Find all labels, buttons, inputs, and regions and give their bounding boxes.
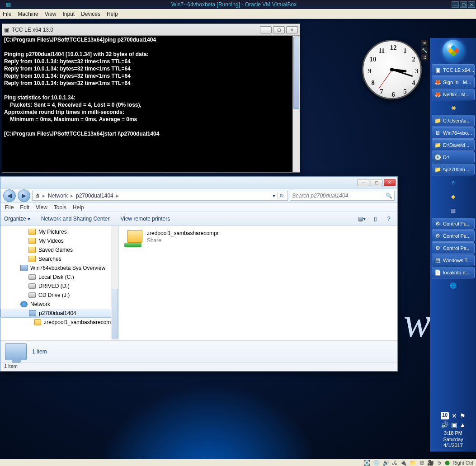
content-pane[interactable]: zredpool1_sambasharecompr Share xyxy=(119,226,397,340)
tray-icon[interactable]: ▲ xyxy=(460,421,466,428)
gadget-drag-handle[interactable]: ⠿ xyxy=(421,54,428,61)
search-box[interactable]: 🔍 xyxy=(290,191,395,201)
nav-forward-button[interactable]: ▶ xyxy=(18,189,30,202)
tcc-window[interactable]: ▣ TCC LE x64 13.0 — ▢ ✕ [C:\Program File… xyxy=(2,24,300,173)
tray-icon[interactable]: ✕ xyxy=(452,412,457,419)
windows-taskbar[interactable]: ▣TCC LE x64...🦊Sign In - M...🦊Netflix - … xyxy=(430,38,476,452)
taskbar-button[interactable]: 📁\\p2700du... xyxy=(432,164,475,175)
view-remote-printers-link[interactable]: View remote printers xyxy=(120,216,170,222)
tree-item[interactable]: zredpool1_sambasharecompr xyxy=(0,318,118,327)
tray-icon[interactable]: ⚑ xyxy=(460,412,466,419)
taskbar-button[interactable]: ▤Windows T... xyxy=(432,254,475,266)
vbox-maximize-button[interactable]: ▢ xyxy=(460,1,467,8)
tcc-scrollbar[interactable] xyxy=(292,36,300,172)
vbox-menu-devices[interactable]: Devices xyxy=(81,11,100,17)
taskbar-button[interactable]: ⚙Control Pa... xyxy=(432,242,475,254)
vbox-menu-help[interactable]: Help xyxy=(107,11,118,17)
taskbar-button[interactable]: ◆ xyxy=(432,190,475,203)
vbox-menu-view[interactable]: View xyxy=(45,11,57,17)
vbox-hdd-icon[interactable]: 💽 xyxy=(363,460,370,466)
taskbar-button[interactable]: ▣TCC LE x64... xyxy=(432,64,475,76)
taskbar-button[interactable]: 🖥Win764vbo... xyxy=(432,127,475,139)
navigation-tree[interactable]: My PicturesMy VideosSaved GamesSearchesW… xyxy=(0,226,119,340)
explorer-minimize-button[interactable]: — xyxy=(358,179,369,186)
vbox-usb-icon[interactable]: 🔌 xyxy=(400,460,407,466)
breadcrumb-host[interactable]: p2700dual1404 xyxy=(76,193,113,199)
tcc-console-output[interactable]: [C:\Program Files\JPSoft\TCCLE13x64]ping… xyxy=(2,36,300,172)
vbox-shared-folders-icon[interactable]: 📁 xyxy=(410,460,416,466)
menu-file[interactable]: File xyxy=(5,204,14,211)
vbox-close-button[interactable]: ✕ xyxy=(468,1,475,8)
tree-item[interactable]: DRIVED (D:) xyxy=(0,282,118,291)
menu-tools[interactable]: Tools xyxy=(54,204,66,211)
gadget-close-button[interactable]: ✕ xyxy=(421,40,428,46)
tree-item[interactable]: My Videos xyxy=(0,236,118,245)
network-sharing-center-link[interactable]: Network and Sharing Center xyxy=(41,216,109,222)
menu-view[interactable]: View xyxy=(36,204,47,211)
taskbar-button[interactable]: 🦊Netflix - M... xyxy=(432,89,475,100)
taskbar-button[interactable]: 💽D:\ xyxy=(432,151,475,163)
gadget-settings-button[interactable]: 🔧 xyxy=(421,47,428,53)
taskbar-button[interactable]: ▦ xyxy=(432,204,475,217)
guest-desktop[interactable]: w 121234567891011 ✕ 🔧 ⠿ ▣ TCC LE x64 13.… xyxy=(0,19,476,459)
taskbar-button[interactable]: 📁D:\Dave\d... xyxy=(432,139,475,151)
clock-gadget[interactable]: 121234567891011 xyxy=(362,40,422,99)
refresh-button[interactable]: ↻ xyxy=(277,193,286,199)
tree-item[interactable]: CD Drive (J:) xyxy=(0,291,118,300)
help-button[interactable]: ? xyxy=(384,214,394,223)
vbox-recording-icon[interactable]: 🎥 xyxy=(427,460,434,466)
organize-menu[interactable]: Organize ▾ xyxy=(4,216,30,222)
vbox-optical-icon[interactable]: 💿 xyxy=(373,460,380,466)
breadcrumb-network[interactable]: Network xyxy=(48,193,68,199)
vbox-audio-icon[interactable]: 🔊 xyxy=(382,460,389,466)
tree-scrollbar[interactable] xyxy=(111,226,118,340)
taskbar-button[interactable]: 🦊Sign In - M... xyxy=(432,76,475,88)
vbox-network-icon[interactable]: 🖧 xyxy=(392,460,397,466)
vbox-menu-input[interactable]: Input xyxy=(63,11,75,17)
taskbar-button[interactable]: e xyxy=(432,176,475,189)
tcc-scroll-thumb[interactable] xyxy=(293,37,299,109)
volume-icon[interactable]: 🔊 xyxy=(441,421,448,428)
vbox-menu-machine[interactable]: Machine xyxy=(18,11,38,17)
taskbar-button[interactable]: ⚙Control Pa... xyxy=(432,230,475,242)
system-tray[interactable]: 10 ✕ ⚑ 🔊 ▣ ▲ 3:18 PM Saturday 4/1/2017 xyxy=(430,410,476,452)
start-button[interactable] xyxy=(443,40,464,61)
tree-scroll-thumb[interactable] xyxy=(112,289,118,339)
search-icon[interactable]: 🔍 xyxy=(386,193,392,199)
explorer-maximize-button[interactable]: ▢ xyxy=(371,179,382,186)
tree-item[interactable]: p2700dual1404 xyxy=(0,309,118,318)
tree-item[interactable]: Network xyxy=(0,300,118,309)
tcc-maximize-button[interactable]: ▢ xyxy=(273,26,285,33)
menu-edit[interactable]: Edit xyxy=(20,204,29,211)
tcc-close-button[interactable]: ✕ xyxy=(286,26,298,33)
share-item[interactable]: zredpool1_sambasharecompr Share xyxy=(124,230,392,247)
taskbar-button[interactable]: 🌐 xyxy=(432,279,475,292)
tray-icon[interactable]: ▣ xyxy=(451,421,457,428)
tree-item[interactable]: Local Disk (C:) xyxy=(0,273,118,282)
tree-item[interactable]: My Pictures xyxy=(0,227,118,236)
tree-item[interactable]: Saved Games xyxy=(0,245,118,254)
nav-back-button[interactable]: ◀ xyxy=(3,189,16,202)
search-input[interactable] xyxy=(292,193,383,199)
taskbar-button[interactable]: 📁C:\Users\u... xyxy=(432,115,475,127)
preview-pane-button[interactable]: ▯ xyxy=(370,214,380,223)
taskbar-button[interactable]: 📄localinfo.rt... xyxy=(432,267,475,278)
address-bar[interactable]: 🖥▸ Network▸ p2700dual1404▸ ▾ ↻ xyxy=(32,191,288,201)
explorer-window[interactable]: — ▢ ✕ ◀ ▶ 🖥▸ Network▸ p2700dual1404▸ ▾ ↻… xyxy=(0,176,398,372)
explorer-close-button[interactable]: ✕ xyxy=(384,179,396,186)
taskbar-button[interactable]: ⚙Control Pa... xyxy=(432,218,475,230)
tree-item[interactable]: Searches xyxy=(0,254,118,264)
view-options-button[interactable]: ▤▾ xyxy=(357,214,367,223)
notification-count-badge[interactable]: 10 xyxy=(441,412,449,419)
clock-readout[interactable]: 3:18 PM Saturday 4/1/2017 xyxy=(443,430,463,449)
tcc-minimize-button[interactable]: — xyxy=(260,26,272,33)
tcc-titlebar[interactable]: ▣ TCC LE x64 13.0 — ▢ ✕ xyxy=(2,24,300,36)
tree-item[interactable]: Win764vboxbeta Sys Overview xyxy=(0,264,118,273)
vbox-minimize-button[interactable]: — xyxy=(452,1,459,8)
explorer-titlebar[interactable]: — ▢ ✕ xyxy=(0,177,397,188)
vbox-mouse-icon[interactable]: 🖱 xyxy=(437,460,442,466)
menu-help[interactable]: Help xyxy=(73,204,84,211)
vbox-menu-file[interactable]: File xyxy=(3,11,11,17)
taskbar-button[interactable]: ◉ xyxy=(432,101,475,114)
vbox-display-icon[interactable]: 🖥 xyxy=(419,460,424,466)
